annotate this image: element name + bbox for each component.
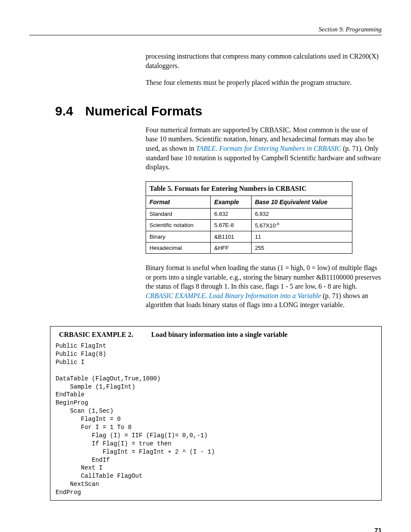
table-header-row: Format Example Base 10 Equivalent Value: [146, 196, 352, 208]
cell-value-prefix: 5.67X10: [255, 222, 276, 229]
cell-format: Scientific notation: [146, 219, 211, 231]
page-number: 71: [29, 526, 382, 532]
intro-block: processing instructions that compress ma…: [146, 52, 382, 87]
table-reference-link[interactable]: TABLE. Formats for Entering Numbers in C…: [196, 145, 341, 152]
table-row: Standard 6.832 6.832: [146, 208, 352, 219]
example-label: CRBASIC EXAMPLE 2.: [59, 331, 149, 339]
cell-example: 5.67E-8: [211, 219, 251, 231]
cell-value: 5.67X10-8: [251, 219, 352, 231]
cell-example: &B1101: [211, 231, 251, 243]
formats-table-wrap: Table 5. Formats for Entering Numbers in…: [146, 181, 382, 254]
cell-example: &HFF: [211, 243, 251, 254]
formats-table: Table 5. Formats for Entering Numbers in…: [146, 181, 352, 254]
body2-before: Binary format is useful when loading the…: [146, 264, 381, 290]
section-number: 9.4: [55, 104, 73, 118]
col-header-format: Format: [146, 196, 211, 208]
table-row: Binary &B1101 11: [146, 231, 352, 243]
section-label: Section 9. Programming: [318, 26, 382, 33]
table-caption: Table 5. Formats for Entering Numbers in…: [146, 181, 352, 196]
example-code: Public FlagInt Public Flag(8) Public I D…: [50, 342, 381, 500]
cell-value: 6.832: [251, 208, 352, 219]
cell-format: Binary: [146, 231, 211, 243]
example-title-row: CRBASIC EXAMPLE 2. Load binary informati…: [50, 327, 381, 342]
cell-value-exp: -8: [276, 222, 279, 226]
intro-p1: processing instructions that compress ma…: [146, 52, 382, 70]
crbasic-example-box: CRBASIC EXAMPLE 2. Load binary informati…: [50, 326, 382, 501]
section-heading: 9.4Numerical Formats: [55, 104, 382, 118]
cell-format: Standard: [146, 208, 211, 219]
example-title: Load binary information into a single va…: [151, 331, 287, 338]
cell-value: 255: [251, 243, 352, 254]
col-header-value: Base 10 Equivalent Value: [251, 196, 352, 208]
table-row: Scientific notation 5.67E-8 5.67X10-8: [146, 219, 352, 231]
cell-format: Hexadecimal: [146, 243, 211, 254]
page-header: Section 9. Programming: [29, 26, 382, 35]
col-header-example: Example: [211, 196, 251, 208]
section-title: Numerical Formats: [85, 104, 202, 118]
table-caption-row: Table 5. Formats for Entering Numbers in…: [146, 181, 352, 196]
intro-p2: These four elements must be properly pla…: [146, 78, 382, 87]
table-row: Hexadecimal &HFF 255: [146, 243, 352, 254]
cell-example: 6.832: [211, 208, 251, 219]
body-paragraph-2: Binary format is useful when loading the…: [146, 263, 382, 310]
example-reference-link[interactable]: CRBASIC EXAMPLE. Load Binary Information…: [146, 292, 321, 299]
body-paragraph-1: Four numerical formats are supported by …: [146, 125, 382, 172]
cell-value: 11: [251, 231, 352, 243]
